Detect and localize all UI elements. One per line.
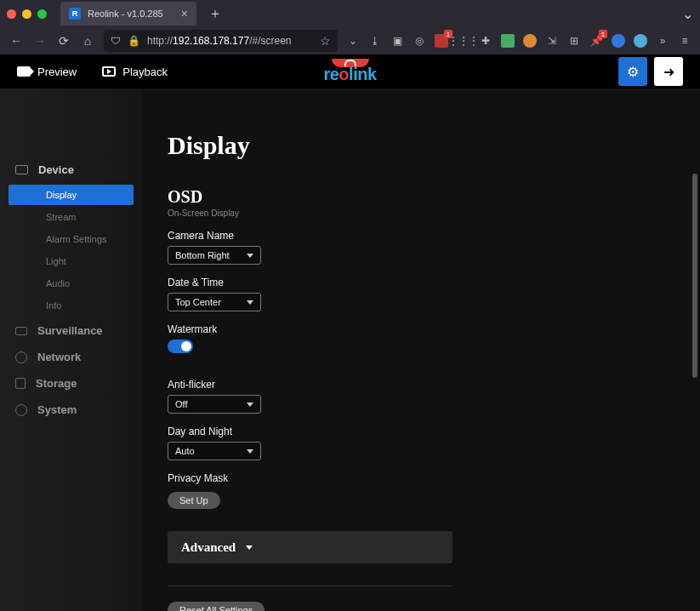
daynight-select[interactable]: Auto — [168, 442, 261, 460]
main-content: Display OSD On-Screen Display Camera Nam… — [142, 89, 700, 611]
datetime-value: Top Center — [175, 297, 221, 307]
watermark-label: Watermark — [168, 323, 666, 335]
network-icon — [15, 351, 27, 363]
camera-icon — [17, 66, 31, 77]
playback-icon — [102, 66, 116, 77]
url-text: http://192.168.178.177/#/screen — [147, 35, 313, 47]
reader-icon[interactable]: ▣ — [390, 34, 404, 48]
sidebar-item-light[interactable]: Light — [9, 251, 134, 271]
sidebar-network-label: Network — [37, 351, 81, 363]
sidebar-section-device[interactable]: Device — [0, 157, 142, 183]
sidebar-section-network[interactable]: Network — [0, 344, 142, 370]
privacy-mask-label: Privacy Mask — [168, 472, 666, 484]
datetime-select[interactable]: Top Center — [168, 293, 261, 311]
extension-grid-icon[interactable]: ⋮⋮⋮ — [457, 34, 470, 48]
preview-link[interactable]: Preview — [17, 66, 77, 78]
back-button[interactable]: ← — [9, 33, 24, 49]
privacy-mask-setup-button[interactable]: Set Up — [168, 492, 220, 509]
reset-all-button[interactable]: Reset All Settings — [168, 602, 265, 611]
sidebar-item-info[interactable]: Info — [9, 295, 134, 316]
sidebar-item-audio[interactable]: Audio — [9, 273, 134, 294]
account-icon[interactable]: ◎ — [413, 34, 426, 48]
chevron-down-icon — [247, 403, 253, 407]
reolink-logo: reolink — [323, 59, 376, 84]
daynight-value: Auto — [175, 446, 195, 456]
datetime-label: Date & Time — [168, 277, 666, 288]
camera-name-select[interactable]: Bottom Right — [168, 246, 261, 265]
lock-icon[interactable]: 🔒 — [128, 35, 140, 47]
sidebar-section-storage[interactable]: Storage — [0, 370, 142, 397]
chevron-down-icon — [246, 545, 253, 550]
chevron-down-icon — [247, 254, 253, 258]
camera-name-value: Bottom Right — [175, 250, 230, 260]
extension-ublock-icon[interactable] — [435, 34, 448, 48]
extension-arrow-icon[interactable]: ⇲ — [545, 34, 559, 48]
sidebar-surveillance-label: Surveillance — [37, 324, 103, 337]
extension-blue-icon[interactable] — [612, 34, 625, 48]
browser-tab[interactable]: R Reolink - v1.0.285 × — [60, 2, 196, 26]
storage-icon — [15, 378, 26, 389]
device-icon — [15, 165, 28, 174]
reolink-favicon: R — [69, 8, 81, 20]
sidebar-storage-label: Storage — [36, 377, 77, 390]
url-bar[interactable]: 🛡 🔒 http://192.168.178.177/#/screen ☆ — [104, 30, 338, 52]
antiflicker-select[interactable]: Off — [168, 395, 261, 414]
extension-pin-icon[interactable]: ✚ — [479, 34, 492, 48]
overflow-icon[interactable]: » — [656, 34, 669, 48]
extension-orange-icon[interactable] — [523, 34, 537, 48]
minimize-window-icon[interactable] — [22, 9, 31, 19]
divider — [168, 585, 452, 586]
new-tab-button[interactable]: ＋ — [203, 5, 227, 23]
playback-link[interactable]: Playback — [102, 66, 168, 78]
camera-name-label: Camera Name — [168, 230, 666, 242]
tabs-dropdown-icon[interactable]: ⌄ — [682, 6, 693, 22]
forward-button[interactable]: → — [32, 33, 48, 49]
sidebar-device-label: Device — [38, 163, 74, 176]
exit-icon: ➜ — [663, 64, 674, 80]
pocket-icon[interactable]: ⌄ — [346, 34, 360, 48]
antiflicker-value: Off — [175, 399, 187, 409]
chevron-down-icon — [247, 300, 253, 305]
extension-teal-icon[interactable] — [634, 34, 647, 48]
sidebar-section-system[interactable]: System — [0, 397, 142, 423]
sidebar-item-display[interactable]: Display — [9, 185, 134, 205]
maximize-window-icon[interactable] — [37, 9, 47, 19]
playback-label: Playback — [122, 66, 168, 78]
toggle-knob — [181, 341, 191, 351]
home-button[interactable]: ⌂ — [80, 33, 95, 49]
osd-subheading: On-Screen Display — [168, 208, 666, 218]
bookmark-star-icon[interactable]: ☆ — [320, 34, 331, 48]
close-window-icon[interactable] — [7, 9, 16, 19]
sidebar-system-label: System — [37, 403, 77, 416]
surveillance-icon — [15, 327, 27, 335]
sidebar-item-stream[interactable]: Stream — [9, 207, 134, 227]
sidebar-item-alarm[interactable]: Alarm Settings — [9, 229, 134, 249]
logout-button[interactable]: ➜ — [654, 57, 683, 86]
advanced-toggle[interactable]: Advanced — [168, 531, 452, 563]
chevron-down-icon — [247, 449, 253, 454]
extension-green-icon[interactable] — [501, 34, 515, 48]
scrollbar-thumb[interactable] — [692, 174, 697, 378]
extension-pin-badge-icon[interactable]: 📌 — [589, 34, 603, 48]
osd-heading: OSD — [168, 187, 666, 207]
sidebar-section-surveillance[interactable]: Surveillance — [0, 317, 142, 344]
hamburger-menu-icon[interactable]: ≡ — [678, 34, 691, 48]
sidebar: Device Display Stream Alarm Settings Lig… — [0, 89, 142, 611]
downloads-icon[interactable]: ⭳ — [368, 34, 382, 48]
system-icon — [15, 404, 27, 416]
close-tab-icon[interactable]: × — [181, 7, 188, 20]
extension-puzzle-icon[interactable]: ⊞ — [567, 34, 581, 48]
gear-icon: ⚙ — [627, 64, 639, 80]
page-title: Display — [168, 131, 666, 160]
watermark-toggle[interactable] — [168, 340, 193, 353]
reolink-logo-mark — [331, 59, 368, 67]
advanced-label: Advanced — [181, 540, 236, 555]
reload-button[interactable]: ⟳ — [56, 33, 71, 49]
window-traffic-lights[interactable] — [7, 9, 47, 19]
antiflicker-label: Anti-flicker — [168, 379, 666, 391]
tab-title: Reolink - v1.0.285 — [88, 9, 174, 19]
daynight-label: Day and Night — [168, 425, 666, 437]
preview-label: Preview — [37, 66, 77, 78]
shield-icon[interactable]: 🛡 — [111, 35, 121, 47]
settings-button[interactable]: ⚙ — [618, 57, 647, 86]
